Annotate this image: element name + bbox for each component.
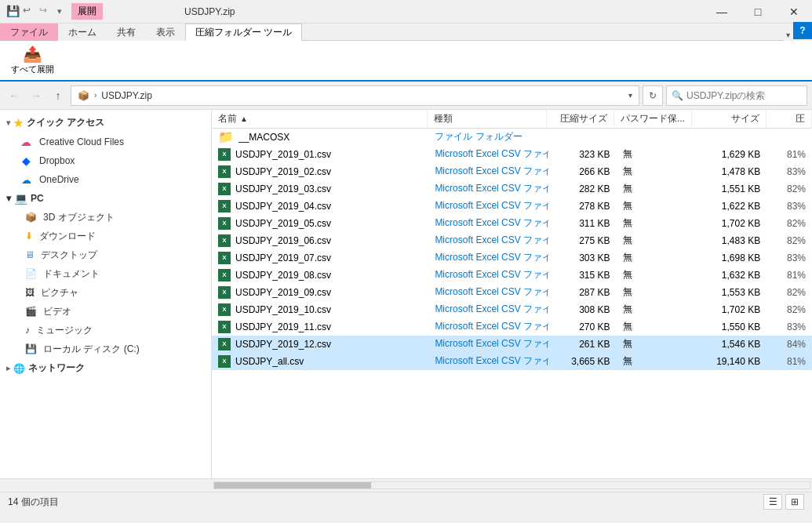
back-button[interactable]: ←: [5, 86, 24, 105]
file-name: USDJPY_2019_07.csv: [235, 252, 331, 263]
file-type: Microsoft Excel CSV ファイル: [435, 337, 548, 350]
table-row[interactable]: X USDJPY_2019_06.csv Microsoft Excel CSV…: [212, 232, 812, 249]
table-row[interactable]: X USDJPY_all.csv Microsoft Excel CSV ファイ…: [212, 353, 812, 370]
address-dropdown[interactable]: ▾: [628, 91, 632, 100]
table-row[interactable]: X USDJPY_2019_07.csv Microsoft Excel CSV…: [212, 249, 812, 267]
table-row[interactable]: X USDJPY_2019_12.csv Microsoft Excel CSV…: [212, 336, 812, 353]
quick-access-header[interactable]: ▾ ★ クイック アクセス: [0, 113, 211, 133]
file-type-cell: Microsoft Excel CSV ファイル: [428, 353, 548, 370]
maximize-button[interactable]: □: [740, 0, 776, 24]
sidebar-item-creative-cloud[interactable]: ☁ Creative Cloud Files: [0, 133, 211, 151]
col-header-name[interactable]: 名前 ▲: [212, 110, 428, 129]
tab-home[interactable]: ホーム: [58, 24, 107, 41]
table-row[interactable]: 📁 __MACOSX ファイル フォルダー: [212, 129, 812, 146]
quick-access-dropdown[interactable]: ▾: [57, 6, 62, 16]
pc-icon: 💻: [14, 192, 27, 205]
file-size-cell: 1,553 KB: [691, 284, 766, 301]
tab-file[interactable]: ファイル: [0, 24, 58, 41]
search-box[interactable]: 🔍: [666, 85, 807, 106]
file-ratio: 82%: [787, 218, 806, 229]
h-scroll-thumb[interactable]: [214, 482, 371, 488]
h-scroll-area[interactable]: [0, 478, 812, 492]
table-row[interactable]: X USDJPY_2019_05.csv Microsoft Excel CSV…: [212, 215, 812, 232]
file-list-body[interactable]: 📁 __MACOSX ファイル フォルダー X USDJPY_2019_01.c…: [212, 129, 812, 478]
details-view-button[interactable]: ☰: [763, 494, 782, 510]
sidebar-item-desktop[interactable]: 🖥 デスクトップ: [0, 245, 211, 264]
table-row[interactable]: X USDJPY_2019_08.csv Microsoft Excel CSV…: [212, 267, 812, 284]
sort-arrow-name: ▲: [240, 114, 248, 123]
documents-icon: 📄: [25, 268, 37, 279]
h-scroll-track[interactable]: [213, 481, 810, 489]
sidebar-item-3d[interactable]: 📦 3D オブジェクト: [0, 208, 211, 227]
file-compressed-size: 282 KB: [579, 183, 610, 194]
file-password: 無: [623, 320, 632, 333]
close-button[interactable]: ✕: [776, 0, 812, 24]
sidebar-item-documents[interactable]: 📄 ドキュメント: [0, 264, 211, 283]
col-header-compressed[interactable]: 圧縮サイズ: [547, 110, 614, 129]
extract-all-button[interactable]: 📤 すべて展開: [6, 43, 59, 78]
grid-view-button[interactable]: ⊞: [785, 494, 804, 510]
sidebar-item-local-disk[interactable]: 💾 ローカル ディスク (C:): [0, 340, 211, 358]
col-header-size[interactable]: サイズ: [692, 110, 766, 129]
sidebar-item-pictures[interactable]: 🖼 ピクチャ: [0, 283, 211, 302]
table-row[interactable]: X USDJPY_2019_09.csv Microsoft Excel CSV…: [212, 284, 812, 301]
col-header-type[interactable]: 種類: [428, 110, 547, 129]
file-type: Microsoft Excel CSV ファイル: [435, 234, 548, 247]
tab-share[interactable]: 共有: [107, 24, 146, 41]
file-name-cell: X USDJPY_2019_02.csv: [212, 163, 428, 180]
file-type: Microsoft Excel CSV ファイル: [435, 320, 548, 333]
file-ratio-cell: [766, 129, 812, 146]
pc-header[interactable]: ▾ 💻 PC: [0, 189, 211, 208]
excel-icon: X: [218, 234, 231, 247]
file-password-cell: 無: [617, 180, 692, 198]
network-header[interactable]: ▸ 🌐 ネットワーク: [0, 358, 211, 378]
tab-view[interactable]: 表示: [146, 24, 185, 41]
table-row[interactable]: X USDJPY_2019_04.csv Microsoft Excel CSV…: [212, 198, 812, 215]
forward-button[interactable]: →: [27, 86, 46, 105]
excel-icon: X: [218, 200, 231, 212]
file-name-cell: X USDJPY_2019_05.csv: [212, 215, 428, 232]
network-icon: 🌐: [13, 363, 25, 374]
file-ratio-cell: 83%: [766, 198, 812, 215]
file-ratio-cell: 83%: [766, 249, 812, 267]
help-button[interactable]: ?: [793, 22, 812, 39]
file-type-cell: Microsoft Excel CSV ファイル: [428, 146, 548, 163]
ribbon-toggle[interactable]: ▾: [783, 31, 793, 39]
table-row[interactable]: X USDJPY_2019_11.csv Microsoft Excel CSV…: [212, 318, 812, 336]
excel-icon: X: [218, 183, 231, 195]
table-row[interactable]: X USDJPY_2019_03.csv Microsoft Excel CSV…: [212, 180, 812, 198]
file-type: Microsoft Excel CSV ファイル: [435, 285, 548, 299]
dropbox-label: Dropbox: [39, 155, 75, 166]
table-row[interactable]: X USDJPY_2019_01.csv Microsoft Excel CSV…: [212, 146, 812, 163]
col-header-ratio[interactable]: 圧: [766, 110, 812, 129]
file-size: 1,483 KB: [722, 235, 760, 246]
file-password: 無: [623, 147, 632, 161]
file-name: USDJPY_2019_10.csv: [235, 304, 331, 315]
file-type-cell: ファイル フォルダー: [428, 129, 548, 146]
quick-undo-btn[interactable]: ↩: [23, 5, 37, 19]
sidebar-item-dropbox[interactable]: ◆ Dropbox: [0, 151, 211, 170]
network-chevron: ▸: [6, 364, 10, 372]
quick-redo-btn[interactable]: ↪: [39, 5, 53, 19]
address-input[interactable]: 📦 › USDJPY.zip ▾: [71, 85, 639, 106]
table-row[interactable]: X USDJPY_2019_02.csv Microsoft Excel CSV…: [212, 163, 812, 180]
col-header-password[interactable]: パスワード保...: [614, 110, 692, 129]
sidebar-item-music[interactable]: ♪ ミュージック: [0, 321, 211, 340]
tab-tools[interactable]: 圧縮フォルダー ツール: [185, 24, 302, 41]
file-type-cell: Microsoft Excel CSV ファイル: [428, 232, 548, 249]
ribbon-expand-label: 展開: [71, 3, 103, 20]
minimize-button[interactable]: —: [704, 0, 740, 24]
sidebar-item-onedrive[interactable]: ☁ OneDrive: [0, 170, 211, 189]
file-ratio: 83%: [787, 252, 806, 263]
quick-save-btn[interactable]: 💾: [6, 5, 20, 19]
refresh-button[interactable]: ↻: [643, 85, 663, 106]
sidebar-item-videos[interactable]: 🎬 ビデオ: [0, 302, 211, 321]
file-size-cell: 1,698 KB: [691, 249, 766, 267]
table-row[interactable]: X USDJPY_2019_10.csv Microsoft Excel CSV…: [212, 301, 812, 318]
file-compressed-size-cell: [548, 129, 616, 146]
file-size-cell: 1,478 KB: [691, 163, 766, 180]
file-name-cell: X USDJPY_2019_04.csv: [212, 198, 428, 215]
search-input[interactable]: [686, 90, 804, 101]
sidebar-item-downloads[interactable]: ⬇ ダウンロード: [0, 227, 211, 245]
up-button[interactable]: ↑: [49, 86, 67, 105]
